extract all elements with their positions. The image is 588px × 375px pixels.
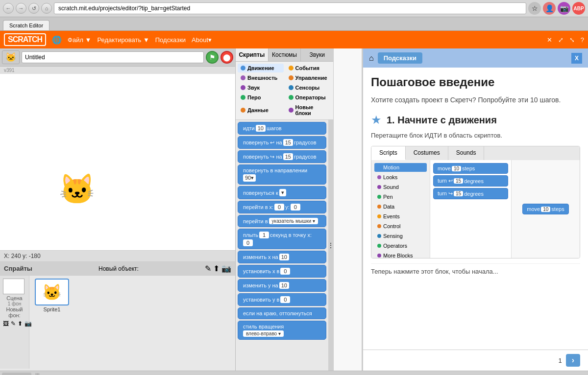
tips-close-button[interactable]: X [571,53,582,64]
mini-cat-pen[interactable]: Pen [374,192,427,201]
block-set-x[interactable]: установить х в 0 [238,265,326,278]
star-button[interactable]: ☆ [528,2,541,15]
back-button[interactable]: ← [3,3,14,14]
block-point-towards[interactable]: повернуться к ▾ [238,186,326,199]
block-rotation-style[interactable]: стиль вращения влево-вправо ▾ [238,321,326,340]
block-turn-ccw-input[interactable]: 15 [283,153,293,160]
mini-cat-events[interactable]: Events [374,212,427,221]
mini-cat-sound[interactable]: Sound [374,183,427,191]
mini-tab-sounds[interactable]: Sounds [448,146,485,160]
mini-block-turn-ccw-num[interactable]: 15 [454,191,463,196]
mini-cat-sensing[interactable]: Sensing [374,232,427,240]
block-turn-ccw[interactable]: повернуть ↪ на 15 градусов [238,150,326,163]
cat-events[interactable]: События [286,64,332,72]
tips-next-button[interactable]: › [566,354,580,367]
block-point-dir[interactable]: повернуть в направлении 90▾ [238,164,326,185]
mini-tab-costumes[interactable]: Costumes [406,146,448,160]
block-change-x-input[interactable]: 10 [279,254,289,260]
cat-data[interactable]: Данные [238,103,284,117]
block-goto-xy-x[interactable]: 0 [274,204,284,211]
menu-file[interactable]: Файл ▼ [68,36,91,44]
new-sprite-camera-icon[interactable]: 📷 [221,264,231,273]
block-turn-cw[interactable]: повернуть ↩ на 15 градусов [238,136,326,149]
block-change-y[interactable]: изменить у на 10 [238,279,326,292]
block-set-y[interactable]: установить у в 0 [238,293,326,306]
block-point-towards-drop[interactable]: ▾ [279,189,286,196]
mini-tab-scripts[interactable]: Scripts [371,146,406,160]
block-change-y-input[interactable]: 10 [279,282,289,289]
tool-help[interactable]: ? [581,36,584,44]
reload-button[interactable]: ↺ [28,3,39,14]
block-move-input[interactable]: 10 [256,125,266,132]
block-move[interactable]: идти 10 шагов [238,122,326,135]
mini-block-move-num[interactable]: 10 [452,166,461,171]
tool-move[interactable]: ✕ [547,36,552,44]
cat-looks[interactable]: Внешность [238,73,284,82]
block-rotation-style-drop[interactable]: влево-вправо ▾ [243,330,284,337]
script-workspace[interactable] [334,48,363,371]
tab-costumes[interactable]: Костюмы [269,48,301,61]
block-goto-xy-y[interactable]: 0 [291,204,300,211]
block-turn-cw-input[interactable]: 15 [283,139,293,146]
mini-block-turn-cw[interactable]: turn ↩ 15 degrees [433,175,508,187]
cat-sensing[interactable]: Сенсоры [286,83,332,92]
menu-edit[interactable]: Редактировать ▼ [97,36,149,44]
mini-cat-looks[interactable]: Looks [374,173,427,182]
block-point-dir-input[interactable]: 90▾ [243,174,256,182]
scroll-thumb[interactable] [2,373,31,375]
cat-motion[interactable]: Движение [238,64,284,72]
tab-sounds[interactable]: Звуки [301,48,333,61]
block-set-y-input[interactable]: 0 [280,296,290,303]
green-flag-button[interactable]: ⚑ [206,51,219,64]
bottom-scrollbar[interactable]: ||| [0,371,588,375]
cat-pen[interactable]: Перо [238,93,284,102]
mini-workspace-block-num[interactable]: 10 [541,207,550,212]
new-sprite-upload-icon[interactable]: ⬆ [213,264,220,273]
block-change-x[interactable]: изменить х на 10 [238,251,326,263]
list-item[interactable]: 🐱 Sprite1 [32,279,72,366]
mini-block-turn-ccw[interactable]: turn ↪ 15 degrees [433,188,508,199]
mini-cat-more[interactable]: More Blocks [374,251,427,258]
browser-tab[interactable]: Scratch Editor [3,20,49,30]
stop-button[interactable]: ⬤ [220,51,233,64]
adblock-button[interactable]: ABP [572,2,585,15]
new-bg-paint-icon[interactable]: ✎ [11,320,16,327]
mini-block-move[interactable]: move 10 steps [433,163,508,174]
mini-workspace-block[interactable]: move 10 steps [522,204,568,214]
new-bg-image-icon[interactable]: 🖼 [3,320,9,327]
profile-button[interactable]: 👤 [543,2,556,15]
project-name-input[interactable] [22,51,204,63]
mini-block-turn-cw-num[interactable]: 15 [454,178,463,184]
cat-more-blocks[interactable]: Новые блоки [286,103,332,117]
tips-home-icon[interactable]: ⌂ [369,54,374,63]
block-glide-secs[interactable]: 1 [259,232,269,238]
menu-about[interactable]: About▾ [192,36,212,44]
tab-scripts[interactable]: Скрипты [236,48,269,61]
address-bar[interactable] [54,2,526,14]
forward-button[interactable]: → [16,3,26,14]
tool-shrink[interactable]: ⤡ [569,36,575,44]
block-goto-drop[interactable]: указатель мышки ▾ [269,218,318,224]
resize-handle[interactable]: ⋮ [328,120,333,371]
new-sprite-paint-icon[interactable]: ✎ [205,264,211,273]
mini-cat-data[interactable]: Data [374,202,427,211]
scene-thumbnail[interactable] [3,279,24,294]
new-bg-upload-icon[interactable]: ⬆ [18,320,23,327]
cat-sound[interactable]: Звук [238,83,284,92]
globe-icon[interactable]: 🌐 [52,35,62,45]
block-glide[interactable]: плыть 1 секунд в точку х: 0 [238,229,326,249]
mini-cat-control[interactable]: Control [374,222,427,231]
menu-hints[interactable]: Подсказки [155,36,186,44]
instagram-button[interactable]: 📷 [558,2,570,15]
mini-cat-motion[interactable]: Motion [374,163,427,172]
block-glide-x[interactable]: 0 [243,239,253,246]
block-bounce[interactable]: если на краю, оттолкнуться [238,307,326,319]
tool-expand[interactable]: ⤢ [558,36,564,44]
home-button[interactable]: ⌂ [41,3,52,14]
mini-workspace[interactable]: move 10 steps [511,160,580,258]
block-set-x-input[interactable]: 0 [280,268,290,275]
block-goto-xy[interactable]: перейти в х: 0 у: 0 [238,201,326,213]
cat-operators[interactable]: Операторы [286,93,332,102]
cat-control[interactable]: Управление [286,73,332,82]
mini-cat-operators[interactable]: Operators [374,241,427,250]
